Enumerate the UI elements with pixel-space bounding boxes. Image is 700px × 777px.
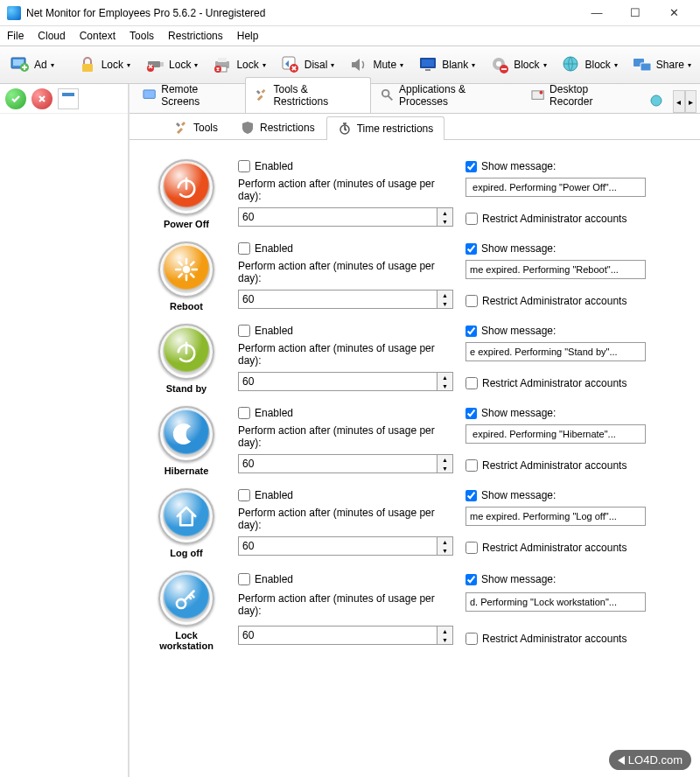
spinner-down[interactable]: ▼ xyxy=(438,299,452,308)
show-message-checkbox[interactable] xyxy=(466,490,477,501)
main-tab-remote-screens[interactable]: Remote Screens xyxy=(133,77,245,113)
show-message-checkbox[interactable] xyxy=(466,243,477,255)
enabled-row: Enabled xyxy=(238,324,457,339)
spinner-up[interactable]: ▲ xyxy=(438,537,452,546)
message-input[interactable] xyxy=(466,342,646,361)
sub-tab-time-restrictions[interactable]: Time restrictions xyxy=(326,116,445,140)
enabled-checkbox[interactable] xyxy=(238,573,250,585)
cancel-button[interactable] xyxy=(32,88,52,109)
action-label: Power Off xyxy=(164,219,209,229)
perform-label: Perform action after (minutes of usage p… xyxy=(238,424,457,452)
enabled-checkbox[interactable] xyxy=(238,160,250,172)
spinner-down[interactable]: ▼ xyxy=(438,464,452,472)
enabled-checkbox[interactable] xyxy=(238,489,250,501)
toolbar-padlock[interactable]: Lock▾ xyxy=(71,50,136,80)
message-input[interactable] xyxy=(466,178,646,197)
message-input[interactable] xyxy=(466,260,646,279)
show-message-checkbox[interactable] xyxy=(466,326,477,337)
toolbar-globe-block[interactable]: Block▾ xyxy=(555,50,624,80)
message-input[interactable] xyxy=(466,507,646,526)
restrict-admin-checkbox[interactable] xyxy=(466,377,478,389)
close-button[interactable]: ✕ xyxy=(654,1,693,25)
restrict-admin-checkbox[interactable] xyxy=(466,295,478,307)
spinner-up[interactable]: ▲ xyxy=(438,373,452,382)
spinner-up[interactable]: ▲ xyxy=(438,290,452,299)
show-message-row: Show message: xyxy=(466,406,682,421)
show-message-row: Show message: xyxy=(466,242,682,256)
restrict-admin-label: Restrict Administrator accounts xyxy=(482,459,626,472)
maximize-button[interactable]: ☐ xyxy=(616,1,654,25)
tab-scroll-right[interactable]: ▸ xyxy=(685,90,696,113)
toolbar-monitor-add[interactable]: Ad▾ xyxy=(4,50,60,80)
spinner-up[interactable]: ▲ xyxy=(438,455,452,464)
svg-point-30 xyxy=(183,266,191,274)
spinner-down[interactable]: ▼ xyxy=(438,635,452,644)
perform-label: Perform action after (minutes of usage p… xyxy=(238,178,457,205)
restrict-admin-checkbox[interactable] xyxy=(466,213,478,225)
edit-button[interactable] xyxy=(58,88,79,109)
ok-button[interactable] xyxy=(5,88,26,109)
toolbar-gear-block[interactable]: Block▾ xyxy=(483,50,552,80)
restrict-admin-checkbox[interactable] xyxy=(466,459,478,472)
message-input[interactable] xyxy=(466,424,646,444)
spinner-down[interactable]: ▼ xyxy=(438,546,452,555)
minutes-input[interactable] xyxy=(238,626,438,645)
enabled-label: Enabled xyxy=(255,407,293,419)
restrict-admin-row: Restrict Administrator accounts xyxy=(466,454,682,476)
menu-help[interactable]: Help xyxy=(237,30,259,42)
toolbar-shortcut-disable[interactable]: Disal▾ xyxy=(274,50,341,80)
tools-icon xyxy=(255,88,268,102)
printer-lock-icon xyxy=(212,54,233,75)
restrict-admin-label: Restrict Administrator accounts xyxy=(482,633,626,645)
restrict-admin-checkbox[interactable] xyxy=(466,542,478,554)
enabled-checkbox[interactable] xyxy=(238,407,250,419)
toolbar-usb-lock[interactable]: Lock▾ xyxy=(138,50,204,80)
main-tab-applications-processes[interactable]: Applications & Processes xyxy=(371,77,522,113)
toolbar-monitor-blank[interactable]: Blank▾ xyxy=(411,50,481,80)
show-message-checkbox[interactable] xyxy=(466,161,477,172)
menu-cloud[interactable]: Cloud xyxy=(38,30,65,42)
main-tab-more[interactable] xyxy=(640,88,673,113)
show-message-label: Show message: xyxy=(481,489,556,501)
action-icon-col: Reboot xyxy=(147,242,226,312)
show-message-checkbox[interactable] xyxy=(466,408,477,419)
toolbar-speaker-mute[interactable]: Mute▾ xyxy=(342,50,410,80)
speaker-mute-icon xyxy=(348,54,369,75)
key-icon xyxy=(158,570,214,626)
show-message-label: Show message: xyxy=(481,242,556,255)
restrict-admin-checkbox[interactable] xyxy=(466,633,478,645)
enabled-row: Enabled xyxy=(238,242,457,256)
svg-line-38 xyxy=(179,274,182,276)
main-tab-tools-restrictions[interactable]: Tools & Restrictions xyxy=(245,77,371,113)
minutes-input[interactable] xyxy=(238,536,438,556)
padlock-icon xyxy=(77,54,98,75)
minutes-input[interactable] xyxy=(238,372,438,391)
menu-file[interactable]: File xyxy=(7,30,24,42)
sub-tab-tools[interactable]: Tools xyxy=(163,116,229,139)
message-input[interactable] xyxy=(466,592,646,612)
spinner-arrows: ▲ ▼ xyxy=(438,290,453,309)
toolbar-printer-lock[interactable]: Lock▾ xyxy=(206,50,271,80)
spinner-down[interactable]: ▼ xyxy=(438,382,452,390)
enabled-label: Enabled xyxy=(255,242,293,255)
main-tab-desktop-recorder[interactable]: Desktop Recorder xyxy=(522,77,640,113)
minutes-input[interactable] xyxy=(238,207,438,227)
menu-restrictions[interactable]: Restrictions xyxy=(168,30,223,42)
enabled-checkbox[interactable] xyxy=(238,242,250,255)
spinner-up[interactable]: ▲ xyxy=(438,208,452,217)
show-message-row: Show message: xyxy=(466,324,682,339)
spinner-down[interactable]: ▼ xyxy=(438,217,452,226)
minutes-input[interactable] xyxy=(238,290,438,309)
minutes-input[interactable] xyxy=(238,454,438,473)
menu-context[interactable]: Context xyxy=(80,30,116,42)
minimize-button[interactable]: — xyxy=(578,1,616,25)
toolbar-monitors-share[interactable]: Share▾ xyxy=(626,50,697,80)
minutes-spinner: ▲ ▼ xyxy=(238,454,457,473)
spinner-up[interactable]: ▲ xyxy=(438,626,452,635)
menu-tools[interactable]: Tools xyxy=(130,30,154,42)
enabled-checkbox[interactable] xyxy=(238,325,250,337)
sub-tab-restrictions[interactable]: Restrictions xyxy=(229,116,326,139)
tab-scroll-left[interactable]: ◂ xyxy=(673,90,684,113)
show-message-checkbox[interactable] xyxy=(466,574,477,585)
restrict-admin-row: Restrict Administrator accounts xyxy=(466,626,682,651)
